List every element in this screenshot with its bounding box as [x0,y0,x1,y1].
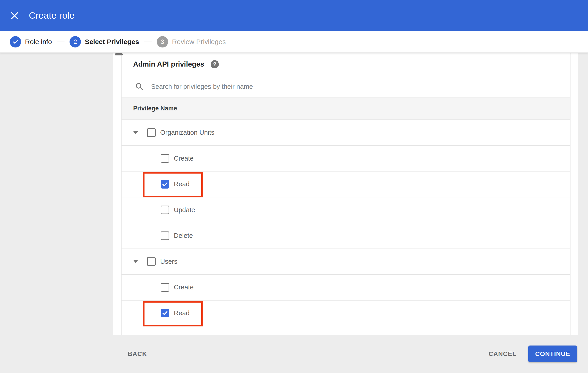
expand-arrow-icon[interactable] [133,131,138,134]
left-backdrop [0,53,113,373]
privilege-row-organization-units-read: Read [122,172,570,197]
expand-arrow-icon[interactable] [133,260,138,263]
privilege-label: Read [174,309,189,317]
continue-button[interactable]: CONTINUE [528,345,577,362]
step-select-privileges[interactable]: 2Select Privileges [70,36,139,47]
privilege-group-label: Organization Units [160,129,214,136]
app-bar: Create role [0,0,588,31]
annotation-box [143,172,203,197]
close-icon [10,11,20,21]
step-connector [57,41,64,42]
privilege-group-label: Users [160,258,178,265]
privilege-row-organization-units-create: Create [122,146,570,172]
column-privilege-name: Privilege Name [133,105,177,112]
checkbox-unchecked[interactable] [161,283,169,292]
privileges-table: Organization UnitsCreateReadUpdateDelete… [122,120,570,326]
checkbox-unchecked[interactable] [147,128,156,137]
privilege-label: Create [174,283,194,291]
right-backdrop [578,53,588,373]
step-label: Role info [25,38,52,46]
footer: BACK CANCEL CONTINUE [0,335,588,373]
privilege-label: Read [174,180,189,188]
help-icon[interactable]: ? [211,60,219,68]
privileges-panel: Admin API privileges ? Privilege Name Or… [121,53,570,335]
privilege-label: Create [174,155,194,162]
step-role-info[interactable]: Role info [10,36,52,47]
cancel-button[interactable]: CANCEL [483,346,522,362]
search-icon [135,83,143,91]
dialog-title: Create role [29,10,74,21]
checkbox-checked[interactable] [161,180,169,188]
step-number: 3 [157,36,168,47]
privilege-group-row-users: Users [122,249,570,275]
close-button[interactable] [9,10,20,21]
checkbox-unchecked[interactable] [147,257,156,266]
privilege-label: Update [174,206,195,214]
step-connector [144,41,152,42]
check-icon [10,36,21,47]
search-bar [122,76,570,97]
step-review-privileges[interactable]: 3Review Privileges [157,36,226,47]
table-header: Privilege Name [122,97,570,120]
step-label: Select Privileges [85,38,139,46]
stepper: Role info2Select Privileges3Review Privi… [0,31,588,53]
privileges-search-input[interactable] [151,83,492,91]
checkbox-unchecked[interactable] [161,206,169,214]
step-number: 2 [70,36,81,47]
checkbox-checked[interactable] [161,309,169,317]
panel-title-row: Admin API privileges ? [122,53,570,76]
privilege-row-partial [122,326,570,334]
panel-title: Admin API privileges [133,60,204,68]
footer-actions: CANCEL CONTINUE [483,345,577,362]
scrollbar-thumb[interactable] [115,53,123,55]
back-button[interactable]: BACK [122,346,152,362]
privilege-label: Delete [174,232,193,239]
privilege-group-row-organization-units: Organization Units [122,120,570,146]
privilege-row-organization-units-delete: Delete [122,223,570,249]
annotation-box [143,301,203,326]
privilege-row-users-read: Read [122,300,570,326]
privilege-row-organization-units-update: Update [122,197,570,223]
privilege-row-users-create: Create [122,275,570,300]
step-label: Review Privileges [172,38,226,46]
checkbox-unchecked[interactable] [161,231,169,240]
checkbox-unchecked[interactable] [161,154,169,163]
